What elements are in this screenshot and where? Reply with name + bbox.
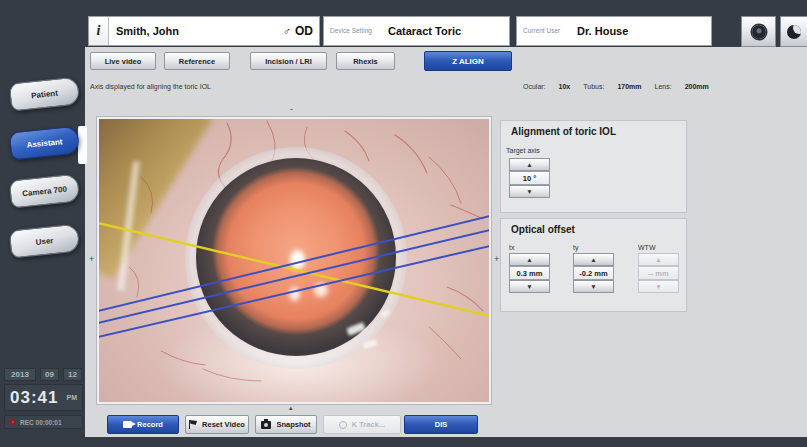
sidebar-item-label: Assistant bbox=[26, 137, 63, 150]
clock-display: 03:41 PM bbox=[4, 384, 83, 411]
chevron-up-icon: ▲ bbox=[655, 256, 661, 263]
video-top-marker: - bbox=[290, 105, 293, 114]
chevron-up-icon: ▲ bbox=[590, 256, 596, 263]
ty-label: ty bbox=[573, 244, 578, 251]
tx-label: tx bbox=[509, 244, 514, 251]
target-axis-decrease-button[interactable]: ▼ bbox=[509, 185, 550, 198]
wtw-increase-button: ▲ bbox=[638, 253, 679, 266]
light-reflection bbox=[289, 287, 300, 301]
date-year: 2013 bbox=[4, 368, 36, 381]
flag-icon bbox=[189, 420, 197, 429]
callisto-screen: i Smith, John ♂ OD Device Setting Catara… bbox=[0, 0, 807, 447]
chevron-down-icon: ▼ bbox=[590, 283, 596, 290]
device-setting-label: Device Setting bbox=[330, 27, 374, 34]
tx-decrease-button[interactable]: ▼ bbox=[509, 280, 550, 293]
tubus-value: 170mm bbox=[617, 83, 641, 90]
male-icon: ♂ bbox=[283, 25, 291, 37]
current-user-label: Current User bbox=[523, 27, 567, 34]
sidebar-item-label: Patient bbox=[31, 88, 58, 100]
lens-label: Lens: bbox=[655, 83, 672, 90]
ty-decrease-button[interactable]: ▼ bbox=[573, 280, 614, 293]
patient-field[interactable]: i Smith, John ♂ OD bbox=[88, 16, 320, 46]
patient-name: Smith, John bbox=[116, 25, 283, 37]
chevron-up-icon: ▲ bbox=[526, 256, 532, 263]
video-bottom-marker: ▴ bbox=[289, 404, 293, 411]
light-reflection bbox=[290, 250, 305, 270]
video-right-marker: + bbox=[494, 255, 499, 264]
eye-live-image bbox=[99, 119, 489, 402]
ty-increase-button[interactable]: ▲ bbox=[573, 253, 614, 266]
moon-icon bbox=[787, 25, 801, 39]
tab-z-align[interactable]: Z ALIGN bbox=[424, 51, 512, 71]
tab-label: Live video bbox=[105, 57, 142, 66]
video-camera-icon bbox=[123, 421, 132, 428]
tab-label: Rhexis bbox=[353, 57, 378, 66]
chevron-up-icon: ▲ bbox=[526, 161, 532, 168]
sidebar-active-indicator bbox=[78, 126, 87, 164]
chevron-down-icon: ▼ bbox=[655, 283, 661, 290]
k-track-button: K Track... bbox=[323, 415, 401, 434]
tab-label: Reference bbox=[179, 57, 215, 66]
k-track-label: K Track... bbox=[352, 420, 385, 429]
wtw-value: -- mm bbox=[638, 266, 679, 280]
target-circle-icon bbox=[339, 421, 347, 429]
current-user-value: Dr. House bbox=[577, 25, 628, 37]
tab-incision-lri[interactable]: Incision / LRI bbox=[250, 52, 327, 70]
target-axis-value: 10 ° bbox=[509, 171, 550, 185]
record-label: Record bbox=[137, 420, 163, 429]
alignment-panel-title: Alignment of toric IOL bbox=[511, 126, 616, 137]
settings-button[interactable] bbox=[741, 16, 776, 47]
device-setting-field[interactable]: Device Setting Cataract Toric bbox=[323, 16, 510, 46]
rec-counter: REC 00:00:01 bbox=[20, 419, 62, 426]
record-dot-icon bbox=[10, 419, 16, 425]
ocular-value: 10x bbox=[559, 83, 571, 90]
current-user-field[interactable]: Current User Dr. House bbox=[516, 16, 712, 46]
ty-value: -0.2 mm bbox=[573, 266, 614, 280]
tab-label: Incision / LRI bbox=[265, 57, 312, 66]
date-day: 12 bbox=[63, 368, 82, 381]
dis-button[interactable]: DIS bbox=[404, 415, 478, 434]
optics-readout: Ocular: 10x Tubus: 170mm Lens: 200mm bbox=[523, 83, 709, 90]
lens-value: 200mm bbox=[685, 83, 709, 90]
reset-video-label: Reset Video bbox=[202, 420, 245, 429]
tab-live-video[interactable]: Live video bbox=[90, 52, 156, 70]
surgical-video-view[interactable] bbox=[97, 117, 491, 404]
wtw-label: WTW bbox=[638, 244, 656, 251]
sidebar-item-label: User bbox=[35, 236, 54, 247]
ocular-label: Ocular: bbox=[523, 83, 546, 90]
time-value: 03:41 bbox=[10, 388, 67, 408]
chevron-down-icon: ▼ bbox=[526, 283, 532, 290]
target-axis-label: Target axis bbox=[506, 147, 540, 154]
eye-side-label: OD bbox=[295, 24, 313, 38]
tab-label: Z ALIGN bbox=[452, 57, 484, 66]
gear-icon bbox=[752, 25, 766, 39]
sidebar-item-label: Camera 700 bbox=[22, 184, 68, 198]
reset-video-button[interactable]: Reset Video bbox=[185, 415, 249, 434]
sidebar-item-assistant[interactable]: Assistant bbox=[9, 125, 81, 160]
dis-label: DIS bbox=[435, 420, 448, 429]
device-setting-value: Cataract Toric bbox=[388, 25, 461, 37]
snapshot-button[interactable]: Snapshot bbox=[255, 415, 317, 434]
recording-status: REC 00:00:01 bbox=[4, 415, 83, 429]
tx-increase-button[interactable]: ▲ bbox=[509, 253, 550, 266]
tubus-label: Tubus: bbox=[583, 83, 604, 90]
optical-offset-panel: Optical offset tx ▲ 0.3 mm ▼ ty ▲ -0.2 m… bbox=[500, 218, 687, 312]
status-message: Axis displayed for aligning the toric IO… bbox=[90, 83, 211, 90]
tab-reference[interactable]: Reference bbox=[164, 52, 230, 70]
record-button[interactable]: Record bbox=[107, 415, 179, 434]
sidebar-item-camera[interactable]: Camera 700 bbox=[9, 173, 81, 208]
chevron-down-icon: ▼ bbox=[526, 188, 532, 195]
target-axis-increase-button[interactable]: ▲ bbox=[509, 158, 550, 171]
night-mode-button[interactable] bbox=[780, 16, 807, 47]
patient-info-icon[interactable]: i bbox=[89, 17, 109, 45]
sidebar-item-patient[interactable]: Patient bbox=[9, 76, 81, 111]
video-left-marker: + bbox=[89, 255, 94, 264]
snapshot-label: Snapshot bbox=[276, 420, 310, 429]
alignment-panel: Alignment of toric IOL Target axis ▲ 10 … bbox=[500, 120, 687, 213]
tab-rhexis[interactable]: Rhexis bbox=[336, 52, 395, 70]
meridiem-label: PM bbox=[67, 394, 78, 401]
photo-camera-icon bbox=[261, 421, 271, 429]
tx-value: 0.3 mm bbox=[509, 266, 550, 280]
optical-offset-title: Optical offset bbox=[511, 224, 575, 235]
sidebar-item-user[interactable]: User bbox=[9, 223, 81, 258]
